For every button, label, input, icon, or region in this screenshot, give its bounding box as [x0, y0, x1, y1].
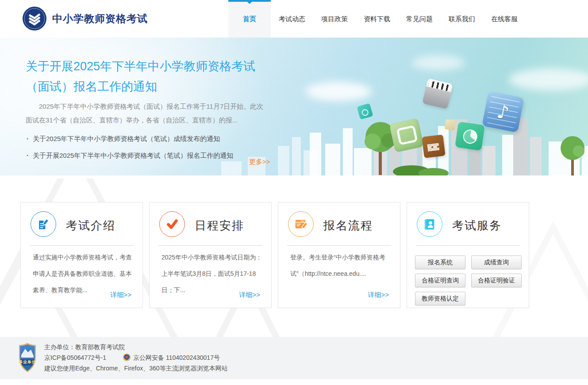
nav-item-home[interactable]: 首页 [228, 0, 271, 38]
detail-link[interactable]: 详细>> [110, 291, 131, 299]
service-button-certificate-query[interactable]: 合格证明查询 [415, 274, 465, 287]
service-buttons: 报名系统 成绩查询 合格证明查询 合格证明验证 教师资格认定 [415, 255, 524, 305]
cards-section: 考试介绍 通过实施中小学教师资格考试，考查申请人是否具备教师职业道德、基本素养、… [0, 179, 588, 337]
bullet: · [27, 135, 29, 142]
nav-item-downloads[interactable]: 资料下载 [356, 0, 398, 38]
card-title: 日程安排 [195, 218, 244, 233]
service-button-score-query[interactable]: 成绩查询 [471, 255, 522, 269]
card-body: 登录。考生登录“中小学教师资格考试”（http://ntce.neea.edu.… [290, 249, 392, 282]
news-item[interactable]: ·关于2025年下半年中小学教师资格考试（笔试）成绩发布的通知 [27, 130, 233, 147]
police-record-number[interactable]: 京公网安备 11040202430017号 [133, 354, 220, 361]
service-button-certificate-verify[interactable]: 合格证明验证 [471, 274, 522, 287]
news-item-label: 关于2025年下半年中小学教师资格考试（笔试）成绩发布的通知 [33, 135, 220, 142]
detail-link[interactable]: 详细>> [368, 291, 389, 299]
hero-title[interactable]: 关于开展2025年下半年中小学教师资格考试（面试）报名工作的通知 [26, 56, 279, 97]
footer: 事业单位 主办单位：教育部教育考试院 京ICP备05064772号-1京公网安备… [0, 337, 588, 379]
card-exam-services: 考试服务 报名系统 成绩查询 合格证明查询 合格证明验证 教师资格认定 [407, 202, 529, 308]
card-schedule: 日程安排 2025年中小学教师资格考试日期为：上半年笔试3月8日，面试5月17-… [149, 202, 272, 308]
page: 中小学教师资格考试 首页 考试动态 项目政策 资料下载 常见问题 联系我们 在线… [0, 0, 588, 385]
bullet: · [27, 152, 29, 159]
site-logo-icon [22, 6, 47, 31]
organizer-line: 主办单位：教育部教育考试院 [44, 342, 228, 352]
footer-info: 主办单位：教育部教育考试院 京ICP备05064772号-1京公网安备 1104… [44, 342, 228, 374]
card-exam-intro: 考试介绍 通过实施中小学教师资格考试，考查申请人是否具备教师职业道德、基本素养、… [20, 202, 143, 308]
badge-label: 事业单位 [19, 359, 36, 365]
news-item-label: 关于开展2025年下半年中小学教师资格考试（笔试）报名工作的通知 [33, 152, 233, 159]
main-nav: 首页 考试动态 项目政策 资料下载 常见问题 联系我们 在线客服 [228, 0, 526, 38]
hero-summary: 2025年下半年中小学教师资格考试（面试）报名工作将于11月7日开始。此次面试在… [26, 99, 268, 127]
browser-tip-line: 建议您使用Edge、Chrome、Firefox、360等主流浏览器浏览本网站 [44, 363, 228, 374]
music-note-cube-icon [482, 91, 524, 133]
detail-link[interactable]: 详细>> [239, 291, 260, 299]
divider [30, 245, 134, 246]
cards-row: 考试介绍 通过实施中小学教师资格考试，考查申请人是否具备教师职业道德、基本素养、… [20, 202, 529, 308]
site-title: 中小学教师资格考试 [52, 12, 148, 26]
header: 中小学教师资格考试 首页 考试动态 项目政策 资料下载 常见问题 联系我们 在线… [0, 0, 588, 38]
pie-chart-cube-icon [455, 122, 484, 151]
news-item[interactable]: ·关于开展2025年下半年中小学教师资格考试（笔试）报名工作的通知 [27, 147, 233, 164]
record-line: 京ICP备05064772号-1京公网安备 11040202430017号 [44, 352, 228, 363]
institution-badge-icon[interactable]: 事业单位 [19, 343, 36, 373]
document-pencil-icon [31, 211, 56, 237]
card-title: 考试介绍 [66, 218, 115, 233]
service-button-registration[interactable]: 报名系统 [415, 255, 465, 269]
divider [158, 245, 262, 246]
small-cube-icon [444, 119, 456, 130]
nav-item-online-support[interactable]: 在线客服 [483, 0, 526, 38]
divider [416, 245, 520, 246]
card-registration-flow: 报名流程 登录。考生登录“中小学教师资格考试”（http://ntce.neea… [278, 202, 400, 308]
nav-item-exam-news[interactable]: 考试动态 [271, 0, 313, 38]
piano-cube-icon [422, 78, 453, 109]
nav-item-faq[interactable]: 常见问题 [398, 0, 441, 38]
card-title: 考试服务 [452, 218, 502, 233]
nav-item-policy[interactable]: 项目政策 [313, 0, 356, 38]
chat-bubble-cube-icon [389, 118, 424, 152]
ground-strip [0, 175, 588, 179]
icp-number[interactable]: 京ICP备05064772号-1 [44, 354, 106, 361]
cloud-icon [305, 82, 372, 101]
service-button-teacher-accreditation[interactable]: 教师资格认定 [415, 292, 465, 305]
nav-item-contact[interactable]: 联系我们 [441, 0, 483, 38]
police-badge-icon [123, 354, 131, 361]
hero-banner: 关于开展2025年下半年中小学教师资格考试（面试）报名工作的通知 2025年下半… [0, 38, 588, 179]
news-list: ·关于2025年下半年中小学教师资格考试（笔试）成绩发布的通知 ·关于开展202… [27, 130, 233, 164]
brand[interactable]: 中小学教师资格考试 [22, 6, 148, 31]
divider [287, 245, 391, 246]
card-title: 报名流程 [323, 218, 373, 233]
contact-book-icon [417, 211, 442, 237]
calculator-cube-icon [422, 134, 445, 158]
cloud-icon [411, 55, 465, 70]
form-pencil-icon [288, 211, 314, 237]
checkmark-icon [159, 211, 185, 237]
more-link[interactable]: 更多>> [249, 158, 270, 166]
cloud-icon [509, 69, 588, 91]
